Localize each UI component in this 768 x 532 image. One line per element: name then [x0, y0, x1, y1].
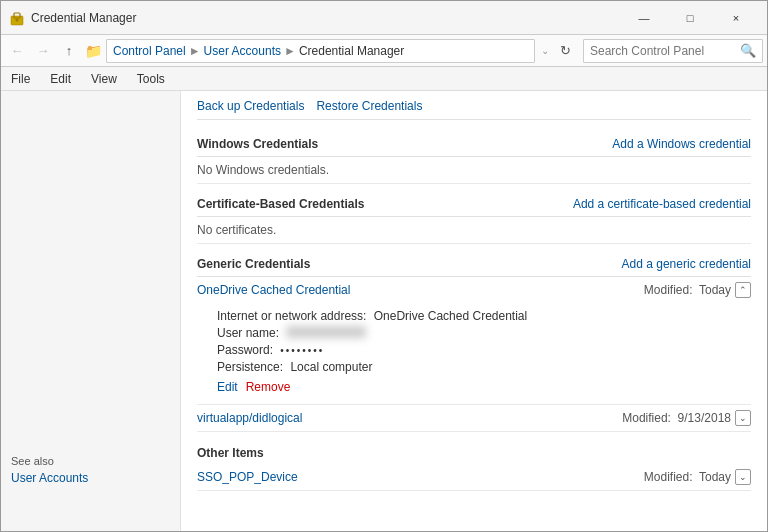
windows-section-title: Windows Credentials — [197, 137, 318, 151]
refresh-area: ⌄ ↻ — [541, 39, 577, 63]
maximize-button[interactable]: □ — [667, 1, 713, 35]
back-button[interactable]: ← — [5, 39, 29, 63]
address-row: Internet or network address: OneDrive Ca… — [217, 309, 731, 323]
main-content: See also User Accounts Back up Credentia… — [1, 91, 767, 532]
backup-credentials-link[interactable]: Back up Credentials — [197, 99, 304, 113]
sidebar-link-user-accounts[interactable]: User Accounts — [11, 471, 170, 485]
chevron-down-icon-sso[interactable]: ⌄ — [735, 469, 751, 485]
menu-bar: File Edit View Tools — [1, 67, 767, 91]
credential-onedrive-header[interactable]: OneDrive Cached Credential Modified: Tod… — [197, 277, 751, 303]
address-value: OneDrive Cached Credential — [374, 309, 527, 323]
other-items-label: Other Items — [197, 440, 751, 464]
menu-view[interactable]: View — [87, 70, 121, 88]
minimize-button[interactable]: — — [621, 1, 667, 35]
credential-sso-modified: Modified: Today ⌄ — [644, 469, 751, 485]
add-windows-credential-link[interactable]: Add a Windows credential — [612, 137, 751, 151]
window-controls: — □ × — [621, 1, 759, 35]
other-items-section: Other Items SSO_POP_Device Modified: Tod… — [197, 440, 751, 491]
address-label: Internet or network address: — [217, 309, 370, 323]
credential-onedrive-modified: Modified: Today ⌃ — [644, 282, 751, 298]
sidebar: See also User Accounts — [1, 91, 181, 532]
certificate-section-title: Certificate-Based Credentials — [197, 197, 364, 211]
add-generic-credential-link[interactable]: Add a generic credential — [622, 257, 751, 271]
credential-item-onedrive: OneDrive Cached Credential Modified: Tod… — [197, 277, 751, 405]
forward-button[interactable]: → — [31, 39, 55, 63]
generic-credentials-section: Generic Credentials Add a generic creden… — [197, 252, 751, 432]
credential-virtualapp-modified: Modified: 9/13/2018 ⌄ — [622, 410, 751, 426]
certificate-credentials-section: Certificate-Based Credentials Add a cert… — [197, 192, 751, 244]
action-row: Back up Credentials Restore Credentials — [197, 99, 751, 120]
password-value: •••••••• — [280, 343, 324, 357]
folder-icon: 📁 — [85, 43, 102, 59]
address-bar: ← → ↑ 📁 Control Panel ► User Accounts ► … — [1, 35, 767, 67]
credential-item-sso: SSO_POP_Device Modified: Today ⌄ — [197, 464, 751, 491]
add-certificate-credential-link[interactable]: Add a certificate-based credential — [573, 197, 751, 211]
persistence-label: Persistence: — [217, 360, 286, 374]
windows-credentials-section: Windows Credentials Add a Windows creden… — [197, 132, 751, 184]
search-input[interactable] — [590, 44, 740, 58]
certificate-section-header: Certificate-Based Credentials Add a cert… — [197, 192, 751, 217]
username-label: User name: — [217, 326, 282, 340]
breadcrumb-user-accounts[interactable]: User Accounts — [204, 44, 281, 58]
see-also-label: See also — [11, 455, 170, 467]
title-bar: Credential Manager — □ × — [1, 1, 767, 35]
generic-section-header: Generic Credentials Add a generic creden… — [197, 252, 751, 277]
windows-section-header: Windows Credentials Add a Windows creden… — [197, 132, 751, 157]
edit-onedrive-link[interactable]: Edit — [217, 380, 238, 394]
search-box[interactable]: 🔍 — [583, 39, 763, 63]
password-row: Password: •••••••• — [217, 343, 731, 357]
credential-onedrive-name: OneDrive Cached Credential — [197, 283, 350, 297]
menu-file[interactable]: File — [7, 70, 34, 88]
menu-edit[interactable]: Edit — [46, 70, 75, 88]
persistence-value: Local computer — [290, 360, 372, 374]
username-value — [286, 326, 366, 338]
credential-virtualapp-name: virtualapp/didlogical — [197, 411, 302, 425]
breadcrumb-current: Credential Manager — [299, 44, 404, 58]
menu-tools[interactable]: Tools — [133, 70, 169, 88]
search-icon[interactable]: 🔍 — [740, 43, 756, 58]
app-icon — [9, 10, 25, 26]
credential-virtualapp-header[interactable]: virtualapp/didlogical Modified: 9/13/201… — [197, 405, 751, 431]
persistence-row: Persistence: Local computer — [217, 360, 731, 374]
window-title: Credential Manager — [31, 11, 621, 25]
generic-section-title: Generic Credentials — [197, 257, 310, 271]
credential-onedrive-details: Internet or network address: OneDrive Ca… — [197, 303, 751, 404]
up-button[interactable]: ↑ — [57, 39, 81, 63]
chevron-down-icon[interactable]: ⌄ — [735, 410, 751, 426]
breadcrumb: Control Panel ► User Accounts ► Credenti… — [106, 39, 535, 63]
credential-onedrive-actions: Edit Remove — [217, 380, 731, 394]
refresh-button[interactable]: ↻ — [553, 39, 577, 63]
restore-credentials-link[interactable]: Restore Credentials — [316, 99, 422, 113]
windows-empty-text: No Windows credentials. — [197, 157, 751, 184]
credential-sso-header[interactable]: SSO_POP_Device Modified: Today ⌄ — [197, 464, 751, 490]
password-label: Password: — [217, 343, 276, 357]
close-button[interactable]: × — [713, 1, 759, 35]
credential-item-virtualapp: virtualapp/didlogical Modified: 9/13/201… — [197, 405, 751, 432]
breadcrumb-control-panel[interactable]: Control Panel — [113, 44, 186, 58]
credential-sso-name: SSO_POP_Device — [197, 470, 298, 484]
remove-onedrive-link[interactable]: Remove — [246, 380, 291, 394]
certificate-empty-text: No certificates. — [197, 217, 751, 244]
chevron-up-icon[interactable]: ⌃ — [735, 282, 751, 298]
content-panel: Back up Credentials Restore Credentials … — [181, 91, 767, 532]
username-row: User name: — [217, 326, 731, 340]
svg-point-2 — [16, 18, 19, 21]
